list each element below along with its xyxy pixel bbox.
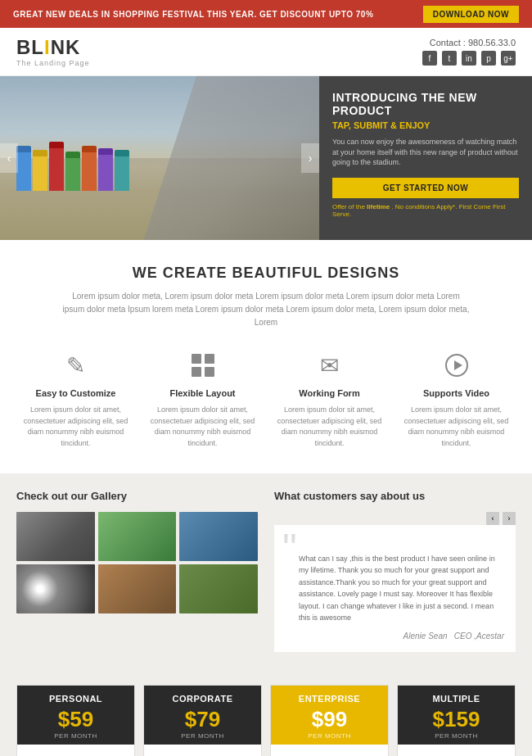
logo-tagline: The Landing Page [16, 59, 90, 67]
plan-name-enterprise: ENTERPRISE [276, 694, 383, 704]
pricing-card-personal: PERSONAL $59 PER MONTH 10GB Disk Space 1… [16, 685, 135, 756]
plan-price-enterprise: $99 [276, 707, 383, 732]
pricing-feature: 10GB Disk Space [276, 753, 383, 756]
form-icon: ✉ [275, 349, 384, 382]
feature-title-video: Supports Video [402, 388, 511, 398]
gallery-item[interactable] [16, 512, 95, 561]
hero-title: INTRODUCING THE NEW PRODUCT [332, 91, 519, 117]
pricing-grid: PERSONAL $59 PER MONTH 10GB Disk Space 1… [16, 685, 516, 756]
hero-description: You can now enjoy the awesomeness of wat… [332, 137, 519, 168]
plan-name-corporate: CORPORATE [149, 694, 256, 704]
gallery-item[interactable] [16, 564, 95, 613]
feature-item-form: ✉ Working Form Lorem ipsum dolor sit ame… [270, 349, 389, 449]
header-right: Contact : 980.56.33.0 f t in p g+ [422, 38, 516, 66]
gallery-grid [16, 512, 258, 613]
offer-highlight: lifetime [367, 203, 390, 211]
testimonial-title: What customers say about us [274, 490, 516, 502]
svg-rect-3 [205, 367, 214, 377]
hero-offer: Offer of the lifetime . No conditions Ap… [332, 203, 519, 218]
testimonial-next-button[interactable]: › [503, 512, 516, 525]
hero-prev-button[interactable]: ‹ [0, 143, 18, 173]
logo-accent: I [44, 36, 51, 58]
pricing-card-enterprise: ENTERPRISE $99 PER MONTH 10GB Disk Space… [270, 685, 389, 756]
gallery-testimonial-section: Check out our Gallery What customers say… [0, 473, 532, 668]
features-section: WE CREATE BEAUTIFUL DESIGNS Lorem ipsum … [0, 240, 532, 473]
logo-text: BLINK [16, 36, 90, 59]
plan-name-multiple: MULTIPLE [403, 694, 510, 704]
svg-rect-2 [192, 367, 201, 377]
two-col-layout: Check out our Gallery What customers say… [16, 490, 516, 652]
plan-price-corporate: $79 [149, 707, 256, 732]
gallery-title: Check out our Gallery [16, 490, 258, 502]
pricing-features-enterprise: 10GB Disk Space 100GB Monthly Bandwidth … [271, 745, 388, 756]
hero-subtitle: TAP, SUBMIT & ENJOY [332, 120, 519, 130]
features-description: Lorem ipsum dolor meta, Lorem ipsum dolo… [61, 290, 471, 329]
feature-title-form: Working Form [275, 388, 384, 398]
plan-period-enterprise: PER MONTH [276, 732, 383, 740]
testimonial-box: " What can I say ,this is the best produ… [274, 525, 516, 652]
gallery-item[interactable] [179, 564, 258, 613]
plan-price-personal: $59 [22, 707, 129, 732]
gallery-column: Check out our Gallery [16, 490, 258, 652]
feature-text-video: Lorem ipsum dolor sit amet, consectetuer… [402, 405, 511, 449]
feature-item-customize: ✎ Easy to Customize Lorem ipsum dolor si… [16, 349, 135, 449]
gallery-item[interactable] [179, 512, 258, 561]
plan-price-multiple: $159 [403, 707, 510, 732]
layout-icon [148, 349, 257, 382]
quote-mark: " [282, 528, 297, 569]
feature-item-video: Supports Video Lorem ipsum dolor sit ame… [397, 349, 516, 449]
video-icon [402, 349, 511, 382]
gallery-item[interactable] [98, 564, 177, 613]
svg-marker-5 [454, 360, 462, 370]
site-header: BLINK The Landing Page Contact : 980.56.… [0, 28, 532, 76]
download-now-button[interactable]: DOWNLOAD NOW [423, 6, 519, 23]
plan-period-corporate: PER MONTH [149, 732, 256, 740]
hero-section: ‹ › INTRODUCING THE NEW PRODUCT TAP, SUB… [0, 76, 532, 240]
pricing-header-multiple: MULTIPLE $159 PER MONTH [398, 686, 515, 745]
googleplus-icon[interactable]: g+ [501, 51, 516, 66]
pricing-header-enterprise: ENTERPRISE $99 PER MONTH [271, 686, 388, 745]
customize-icon: ✎ [21, 349, 130, 382]
pricing-card-multiple: MULTIPLE $159 PER MONTH 10GB Disk Space … [397, 685, 516, 756]
testimonial-nav: ‹ › [274, 512, 516, 525]
get-started-button[interactable]: GET STARTED NOW [332, 178, 519, 198]
plan-period-multiple: PER MONTH [403, 732, 510, 740]
testimonial-text: What can I say ,this is the best product… [286, 553, 504, 623]
plan-name-personal: PERSONAL [22, 694, 129, 704]
pricing-section: PERSONAL $59 PER MONTH 10GB Disk Space 1… [0, 668, 532, 756]
testimonial-prev-button[interactable]: ‹ [486, 512, 499, 525]
feature-item-layout: Flexible Layout Lorem ipsum dolor sit am… [143, 349, 262, 449]
feature-text-layout: Lorem ipsum dolor sit amet, consectetuer… [148, 405, 257, 449]
svg-rect-0 [192, 354, 201, 364]
testimonial-author: Alenie Sean CEO ,Acestar [286, 632, 504, 641]
facebook-icon[interactable]: f [422, 51, 437, 66]
feature-text-form: Lorem ipsum dolor sit amet, consectetuer… [275, 405, 384, 449]
pricing-header-corporate: CORPORATE $79 PER MONTH [144, 686, 261, 745]
twitter-icon[interactable]: t [442, 51, 457, 66]
feature-text-customize: Lorem ipsum dolor sit amet, consectetuer… [21, 405, 130, 449]
pricing-features-multiple: 10GB Disk Space 100GB Monthly Bandwidth … [398, 745, 515, 756]
top-banner: GREAT NEW DEALS IN SHOPPING FESTIVAL THI… [0, 0, 532, 28]
gallery-item[interactable] [98, 512, 177, 561]
logo: BLINK The Landing Page [16, 36, 90, 67]
feature-title-customize: Easy to Customize [21, 388, 130, 398]
contact-info: Contact : 980.56.33.0 [422, 38, 516, 48]
pricing-feature: 10GB Disk Space [22, 753, 129, 756]
pricing-features-corporate: 10GB Disk Space 100GB Monthly Bandwidth … [144, 745, 261, 756]
pricing-feature: 10GB Disk Space [403, 753, 510, 756]
features-grid: ✎ Easy to Customize Lorem ipsum dolor si… [16, 349, 516, 449]
pricing-feature: 10GB Disk Space [149, 753, 256, 756]
hero-image [0, 76, 319, 240]
hero-next-button[interactable]: › [301, 143, 319, 173]
hero-content: INTRODUCING THE NEW PRODUCT TAP, SUBMIT … [319, 76, 532, 240]
pricing-header-personal: PERSONAL $59 PER MONTH [17, 686, 134, 745]
feature-title-layout: Flexible Layout [148, 388, 257, 398]
svg-rect-1 [205, 354, 214, 364]
pricing-card-corporate: CORPORATE $79 PER MONTH 10GB Disk Space … [143, 685, 262, 756]
social-links: f t in p g+ [422, 51, 516, 66]
banner-text: GREAT NEW DEALS IN SHOPPING FESTIVAL THI… [13, 10, 373, 19]
pricing-features-personal: 10GB Disk Space 100GB Monthly Bandwidth … [17, 745, 134, 756]
pinterest-icon[interactable]: p [481, 51, 496, 66]
testimonial-column: What customers say about us ‹ › " What c… [274, 490, 516, 652]
linkedin-icon[interactable]: in [462, 51, 476, 66]
